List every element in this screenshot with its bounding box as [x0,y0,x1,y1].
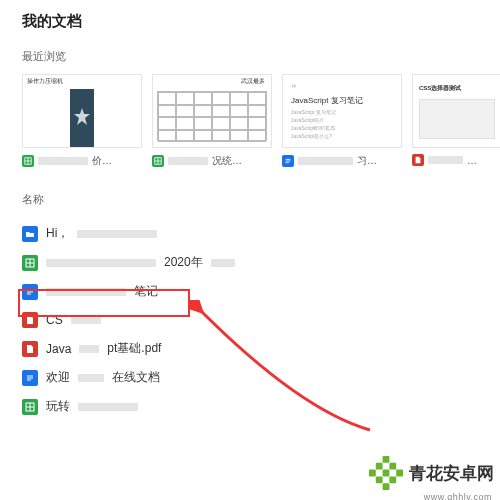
card-label: 况统… [212,154,242,168]
sheet-icon [22,399,38,415]
svg-rect-21 [383,456,390,463]
pdf-icon [22,312,38,328]
svg-rect-27 [376,476,383,483]
svg-rect-26 [396,470,403,477]
file-row-highlighted[interactable]: 笔记 [22,277,500,306]
card-title: 价… [22,154,142,168]
sheet-icon [22,255,38,271]
file-name: CS [46,313,63,327]
thumb-line: JavaScript即所谓JS [291,125,335,131]
recent-card-1[interactable]: 武汉最多 况统… [152,74,272,168]
file-row[interactable]: 2020年 [22,248,500,277]
file-name: pt基础.pdf [107,340,161,357]
recent-label: 最近浏览 [22,49,500,64]
file-name: Hi， [46,225,69,242]
file-name: Java [46,342,71,356]
svg-rect-25 [383,470,390,477]
card-title: 习… [282,154,402,168]
recent-card-0[interactable]: 操作力压缩机 价… [22,74,142,168]
folder-icon [22,226,38,242]
file-name: 玩转 [46,398,70,415]
recent-card-2[interactable]: ❝ JavaScript 复习笔记 JavaScript 复习笔记 JavaSc… [282,74,402,168]
svg-rect-23 [389,463,396,470]
svg-rect-29 [383,483,390,490]
card-label: 习… [357,154,377,168]
recent-card-3[interactable]: CSS选择器测试 … [412,74,500,168]
svg-rect-28 [389,476,396,483]
thumbnail: 操作力压缩机 [22,74,142,148]
thumbnail: 武汉最多 [152,74,272,148]
watermark: 青花安卓网 [369,456,494,490]
thumb-line: JavaScript是什么? [291,133,332,139]
file-name: 在线文档 [112,369,160,386]
thumbnail: CSS选择器测试 [412,74,500,148]
card-label: … [467,155,477,166]
page-title: 我的文档 [22,12,500,31]
file-row[interactable]: 欢迎在线文档 [22,363,500,392]
file-row[interactable]: CS [22,306,500,334]
name-column-label: 名称 [22,192,500,207]
file-row[interactable]: Hi， [22,219,500,248]
card-title: 况统… [152,154,272,168]
watermark-text: 青花安卓网 [409,462,494,485]
file-name: 笔记 [134,283,158,300]
file-row[interactable]: 玩转 [22,392,500,421]
thumb-line: JavaScript 复习笔记 [291,109,336,115]
doc-icon [282,155,294,167]
doc-icon [22,284,38,300]
sheet-icon [22,155,34,167]
doc-icon [22,370,38,386]
thumb-label: CSS选择器测试 [419,84,461,93]
sheet-icon [152,155,164,167]
logo-icon [369,456,403,490]
file-list: 名称 Hi， 2020年 笔记 CS Javapt基础.pdf 欢迎在线文档 [22,192,500,421]
file-name: 欢迎 [46,369,70,386]
thumbnail: ❝ JavaScript 复习笔记 JavaScript 复习笔记 JavaSc… [282,74,402,148]
file-row[interactable]: Javapt基础.pdf [22,334,500,363]
svg-rect-22 [376,463,383,470]
svg-rect-24 [369,470,376,477]
thumb-title: JavaScript 复习笔记 [291,95,363,106]
watermark-url: www.qhhlv.com [424,492,492,500]
thumb-label: 操作力压缩机 [27,77,63,86]
quote-icon: ❝ [291,82,296,93]
file-name: 2020年 [164,254,203,271]
thumb-label: 武汉最多 [241,77,265,86]
card-title: … [412,154,500,166]
pdf-icon [412,154,424,166]
recent-row: 操作力压缩机 价… 武汉最多 况统… [22,74,500,168]
card-label: 价… [92,154,112,168]
pdf-icon [22,341,38,357]
thumb-line: JavaScript简介 [291,117,324,123]
